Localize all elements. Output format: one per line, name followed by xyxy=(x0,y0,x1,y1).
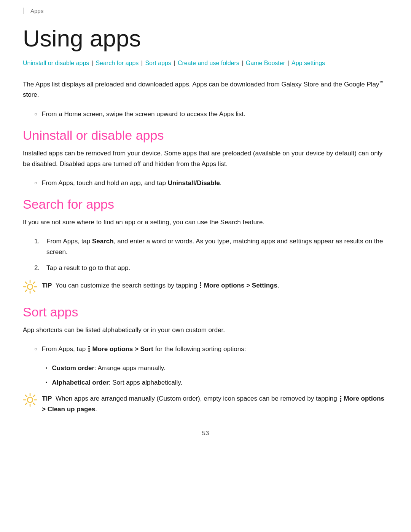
search-step-1-text: From Apps, tap Search, and enter a word … xyxy=(46,236,388,257)
dot-3 xyxy=(200,287,201,288)
dot-s2 xyxy=(88,348,90,350)
sort-sub-bullet-alpha: • Alphabetical order: Sort apps alphabet… xyxy=(46,377,388,388)
search-tip-text: TIP You can customize the search setting… xyxy=(42,280,279,291)
search-tip-bold: More options > Settings xyxy=(204,282,277,289)
sort-sub-bullet-list: • Custom order: Arrange apps manually. •… xyxy=(23,363,388,388)
bullet-dot-icon-2: • xyxy=(46,379,48,387)
circle-bullet-icon: ○ xyxy=(34,110,37,118)
search-paragraph: If you are not sure where to find an app… xyxy=(23,217,388,228)
intro-bullet-text: From a Home screen, swipe the screen upw… xyxy=(42,109,245,120)
sort-sub-bullet-custom: • Custom order: Arrange apps manually. xyxy=(46,363,388,374)
svg-line-5 xyxy=(25,282,27,283)
sort-custom-bold: Custom order xyxy=(52,364,94,372)
sort-tip-label: TIP xyxy=(42,395,52,402)
breadcrumb: Apps xyxy=(23,8,388,14)
sort-bullet-text: From Apps, tap More options > Sort for t… xyxy=(42,344,246,355)
nav-link-sort[interactable]: Sort apps xyxy=(145,60,171,66)
svg-line-17 xyxy=(25,403,27,404)
page-container: Apps Using apps Uninstall or disable app… xyxy=(0,0,411,532)
dot-t3 xyxy=(340,400,341,402)
circle-bullet-icon-2: ○ xyxy=(34,179,37,187)
search-numbered-item-1: 1. From Apps, tap Search, and enter a wo… xyxy=(34,236,388,257)
nav-link-game[interactable]: Game Booster xyxy=(246,60,285,66)
svg-line-8 xyxy=(25,290,27,291)
sort-custom-text: Custom order: Arrange apps manually. xyxy=(52,363,166,374)
sort-tip-text: TIP When apps are arranged manually (Cus… xyxy=(42,393,388,415)
dot-s1 xyxy=(88,346,90,347)
search-num-2: 2. xyxy=(34,263,42,273)
sort-bullet-item: ○ From Apps, tap More options > Sort for… xyxy=(23,344,388,355)
sort-tip-box: TIP When apps are arranged manually (Cus… xyxy=(23,393,388,415)
dot-1 xyxy=(200,282,201,284)
nav-link-appsettings[interactable]: App settings xyxy=(292,60,325,66)
sort-alpha-bold: Alphabetical order xyxy=(52,379,109,386)
dot-s3 xyxy=(88,350,90,352)
uninstall-bullet-item: ○ From Apps, touch and hold an app, and … xyxy=(23,178,388,189)
nav-sep-2: | xyxy=(139,60,144,66)
nav-sep-3: | xyxy=(172,60,177,66)
circle-bullet-icon-3: ○ xyxy=(34,345,37,353)
search-tip-label: TIP xyxy=(42,282,52,289)
uninstall-bullet-list: ○ From Apps, touch and hold an app, and … xyxy=(23,178,388,189)
nav-sep-4: | xyxy=(240,60,245,66)
search-bold-1: Search xyxy=(92,238,114,245)
more-options-dots-icon-3 xyxy=(340,396,341,402)
search-numbered-item-2: 2. Tap a result to go to that app. xyxy=(34,263,388,273)
dot-t2 xyxy=(340,398,341,399)
tip-icon-sort xyxy=(23,393,37,407)
dot-2 xyxy=(200,284,201,286)
svg-point-0 xyxy=(27,284,33,289)
sort-tip-bold: More options > Clean up pages xyxy=(42,395,384,413)
uninstall-bold: Uninstall/Disable xyxy=(168,179,220,187)
sort-alpha-text: Alphabetical order: Sort apps alphabetic… xyxy=(52,377,183,388)
svg-point-9 xyxy=(27,397,33,403)
more-options-dots-icon-1 xyxy=(200,282,201,288)
sort-paragraph: App shortcuts can be listed alphabetical… xyxy=(23,325,388,335)
sort-bullet-list: ○ From Apps, tap More options > Sort for… xyxy=(23,344,388,355)
page-title: Using apps xyxy=(23,26,388,51)
breadcrumb-label: Apps xyxy=(30,8,43,14)
section-heading-uninstall: Uninstall or disable apps xyxy=(23,128,388,143)
section-sort: Sort apps App shortcuts can be listed al… xyxy=(23,305,388,415)
intro-bullet-list: ○ From a Home screen, swipe the screen u… xyxy=(23,109,388,120)
bullet-dot-icon-1: • xyxy=(46,364,48,372)
dot-t1 xyxy=(340,396,341,397)
tip-icon-search xyxy=(23,280,37,294)
nav-link-uninstall[interactable]: Uninstall or disable apps xyxy=(23,60,89,66)
section-heading-search: Search for apps xyxy=(23,197,388,212)
svg-line-15 xyxy=(33,403,35,404)
nav-links: Uninstall or disable apps | Search for a… xyxy=(23,58,388,68)
section-search: Search for apps If you are not sure wher… xyxy=(23,197,388,294)
search-num-1: 1. xyxy=(34,236,42,247)
uninstall-bullet-text: From Apps, touch and hold an app, and ta… xyxy=(42,178,222,189)
intro-bullet-item: ○ From a Home screen, swipe the screen u… xyxy=(23,109,388,120)
sort-bold-1: More options > Sort xyxy=(92,345,153,353)
intro-paragraph: The Apps list displays all preloaded and… xyxy=(23,79,388,101)
svg-line-16 xyxy=(33,395,35,397)
nav-link-search[interactable]: Search for apps xyxy=(96,60,139,66)
uninstall-paragraph: Installed apps can be removed from your … xyxy=(23,148,388,169)
search-tip-box: TIP You can customize the search setting… xyxy=(23,280,388,294)
section-uninstall: Uninstall or disable apps Installed apps… xyxy=(23,128,388,189)
nav-sep-5: | xyxy=(286,60,291,66)
nav-link-folders[interactable]: Create and use folders xyxy=(178,60,239,66)
svg-line-6 xyxy=(33,290,35,291)
section-heading-sort: Sort apps xyxy=(23,305,388,320)
nav-sep-1: | xyxy=(90,60,95,66)
svg-line-7 xyxy=(33,282,35,283)
search-step-2-text: Tap a result to go to that app. xyxy=(46,263,130,273)
more-options-dots-icon-2 xyxy=(88,346,90,352)
page-number: 53 xyxy=(23,430,388,437)
search-numbered-list: 1. From Apps, tap Search, and enter a wo… xyxy=(23,236,388,273)
svg-line-14 xyxy=(25,395,27,397)
